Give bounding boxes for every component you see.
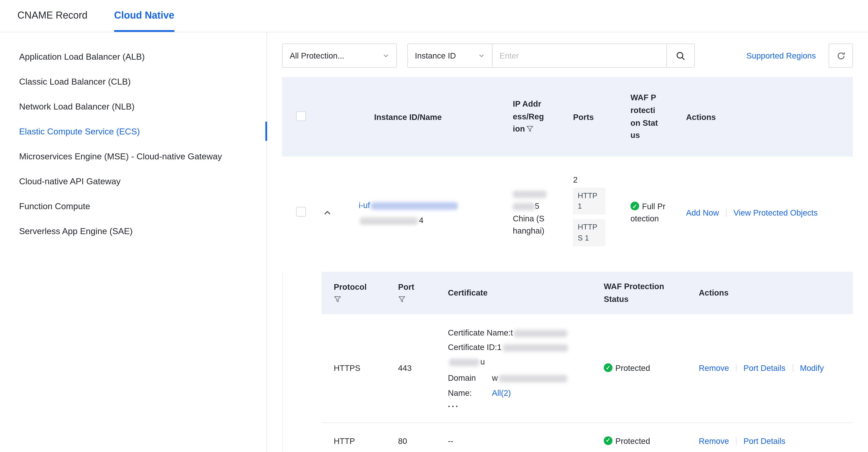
header-ports: Ports xyxy=(553,112,625,121)
check-circle-icon xyxy=(604,436,613,445)
certificate-cell: Certificate Name:t Certificate ID:1 u Do… xyxy=(436,326,592,411)
collapse-row-button[interactable] xyxy=(321,207,333,219)
divider xyxy=(736,364,737,372)
header-waf-status: WAF Protection Status xyxy=(625,92,681,142)
top-tab-bar: CNAME Record Cloud Native xyxy=(0,0,868,32)
header-port-actions: Actions xyxy=(687,288,853,298)
table-header: Instance ID/Name IP Address/Region Ports… xyxy=(282,77,853,156)
row-checkbox[interactable] xyxy=(296,207,306,217)
redacted-text xyxy=(503,344,568,352)
refresh-button[interactable] xyxy=(829,43,853,68)
header-actions: Actions xyxy=(681,112,853,121)
sidebar-item-ecs[interactable]: Elastic Compute Service (ECS) xyxy=(0,119,267,144)
divider xyxy=(793,364,793,372)
protected-label: Protected xyxy=(615,363,650,372)
expanded-port-list: Protocol Port Certificate WAF Protection… xyxy=(282,272,853,452)
redacted-text xyxy=(514,330,567,337)
remove-link[interactable]: Remove xyxy=(699,364,729,373)
search-type-select-value: Instance ID xyxy=(415,51,456,60)
domain-all-link[interactable]: All(2) xyxy=(492,388,511,397)
toolbar: All Protection... Instance ID Supported … xyxy=(282,43,853,68)
port-row-actions: Remove Port Details Modify xyxy=(687,364,853,373)
region-label: China (Shanghai) xyxy=(513,213,547,237)
redacted-text xyxy=(513,203,535,211)
port-row-actions: Remove Port Details xyxy=(687,436,853,446)
header-port: Port xyxy=(386,282,436,303)
chevron-up-icon xyxy=(323,208,332,217)
filter-funnel-icon[interactable] xyxy=(526,125,534,133)
certificate-cell: -- xyxy=(436,436,592,446)
protected-label: Protected xyxy=(615,436,650,446)
view-protected-objects-link[interactable]: View Protected Objects xyxy=(733,208,817,217)
header-certificate: Certificate xyxy=(436,288,592,298)
sidebar-item-alb[interactable]: Application Load Balancer (ALB) xyxy=(0,44,267,69)
row-actions: Add Now View Protected Objects xyxy=(681,208,853,217)
instance-id-name: i-uf 4 xyxy=(359,198,459,228)
domain-name-label: Domain Name: xyxy=(448,371,492,400)
port-table-header: Protocol Port Certificate WAF Protection… xyxy=(321,272,853,314)
check-circle-icon xyxy=(630,202,639,211)
protocol-value: HTTPS xyxy=(321,364,386,373)
https-port-badge: HTTPS 1 xyxy=(573,219,606,246)
tab-cname-record[interactable]: CNAME Record xyxy=(18,0,88,32)
add-now-link[interactable]: Add Now xyxy=(686,208,719,217)
header-waf-protection-status: WAF Protection Status xyxy=(592,280,687,306)
instance-row: i-uf 4 5 China (Shanghai) 2 HTTP 1 HTTPS… xyxy=(282,156,853,272)
check-circle-icon xyxy=(604,363,613,372)
more-button[interactable]: ··· xyxy=(448,401,592,411)
redacted-text xyxy=(499,375,567,383)
chevron-down-icon xyxy=(478,52,485,59)
filter-funnel-icon[interactable] xyxy=(334,296,341,303)
redacted-text xyxy=(360,217,418,225)
sidebar-item-api-gateway[interactable]: Cloud-native API Gateway xyxy=(0,169,267,193)
supported-regions-link[interactable]: Supported Regions xyxy=(746,51,816,60)
ports-count: 2 xyxy=(573,175,625,184)
divider xyxy=(726,209,726,217)
protocol-value: HTTP xyxy=(321,436,386,446)
sidebar-item-clb[interactable]: Classic Load Balancer (CLB) xyxy=(0,69,267,94)
instance-id-link[interactable]: i-uf xyxy=(359,200,370,210)
divider xyxy=(736,437,737,445)
instances-table: Instance ID/Name IP Address/Region Ports… xyxy=(282,77,853,452)
filter-funnel-icon[interactable] xyxy=(398,296,406,303)
sidebar-item-mse-gateway[interactable]: Microservices Engine (MSE) - Cloud-nativ… xyxy=(0,144,267,169)
header-ip-region: IP Address/Region xyxy=(498,98,553,135)
sidebar-item-nlb[interactable]: Network Load Balancer (NLB) xyxy=(0,94,267,119)
modify-link[interactable]: Modify xyxy=(800,364,824,373)
ports-cell: 2 HTTP 1 HTTPS 1 xyxy=(553,175,625,251)
ip-region-cell: 5 China (Shanghai) xyxy=(498,188,553,237)
http-port-badge: HTTP 1 xyxy=(573,188,606,215)
protection-status-select[interactable]: All Protection... xyxy=(282,43,397,68)
sidebar-item-function-compute[interactable]: Function Compute xyxy=(0,193,267,218)
port-value: 80 xyxy=(386,436,436,446)
port-waf-status-cell: Protected xyxy=(592,434,687,447)
port-row-http: HTTP 80 -- Protected Remove Port Details xyxy=(321,423,853,452)
search-type-select[interactable]: Instance ID xyxy=(408,44,493,67)
tab-cloud-native[interactable]: Cloud Native xyxy=(114,0,175,32)
waf-cloud-native-page: CNAME Record Cloud Native Application Lo… xyxy=(0,0,868,452)
port-value: 443 xyxy=(386,364,436,373)
search-input[interactable] xyxy=(493,44,666,67)
redacted-text xyxy=(371,202,458,210)
remove-link[interactable]: Remove xyxy=(699,436,729,446)
search-group: Instance ID xyxy=(407,43,695,68)
port-row-https: HTTPS 443 Certificate Name:t Certificate… xyxy=(321,314,853,423)
chevron-down-icon xyxy=(382,52,390,59)
sidebar-item-sae[interactable]: Serverless App Engine (SAE) xyxy=(0,218,267,243)
protection-status-select-value: All Protection... xyxy=(290,51,344,60)
redacted-text xyxy=(449,359,479,366)
waf-status-cell: Full Protection xyxy=(625,201,681,225)
service-sidebar: Application Load Balancer (ALB) Classic … xyxy=(0,32,267,452)
search-button[interactable] xyxy=(666,44,694,67)
redacted-text xyxy=(513,191,547,199)
port-details-link[interactable]: Port Details xyxy=(743,364,785,373)
header-instance: Instance ID/Name xyxy=(318,112,498,121)
port-waf-status-cell: Protected xyxy=(592,362,687,374)
main-content: All Protection... Instance ID Supported … xyxy=(267,32,868,452)
refresh-icon xyxy=(837,51,845,60)
search-icon xyxy=(676,51,685,61)
header-protocol: Protocol xyxy=(321,282,386,303)
select-all-checkbox[interactable] xyxy=(296,111,306,121)
port-details-link[interactable]: Port Details xyxy=(743,436,785,446)
